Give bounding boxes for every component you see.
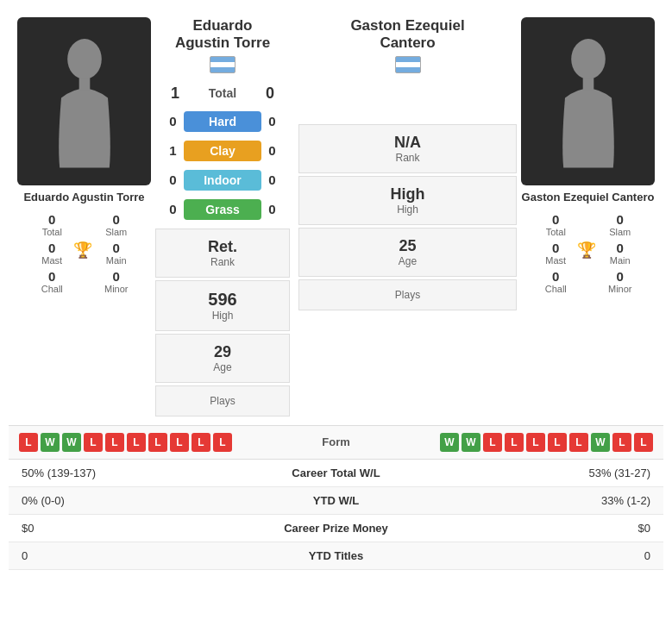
form-badge-l3: L — [105, 433, 124, 452]
left-avatar-silhouette — [46, 33, 123, 171]
indoor-row: 0 Indoor 0 — [155, 166, 290, 194]
p1-name-center: Eduardo Agustin Torre — [155, 17, 290, 76]
left-player-section: Eduardo Agustin Torre 0 Total 0 Slam 0 M… — [17, 17, 151, 416]
center-plays-panel: Plays — [155, 385, 290, 416]
clay-row: 1 Clay 0 — [155, 137, 290, 165]
p2-form-badge-l3: L — [526, 433, 545, 452]
players-row: Eduardo Agustin Torre 0 Total 0 Slam 0 M… — [9, 9, 663, 416]
p1-career-prize: $0 — [9, 514, 227, 542]
form-badge-l2: L — [84, 433, 103, 452]
svg-rect-1 — [79, 78, 90, 90]
p2-form-badge-l2: L — [505, 433, 524, 452]
p2-form-badge-w2: W — [462, 433, 480, 452]
right-player-section: Gaston Ezequiel Cantero 0 Total 0 Slam 0… — [521, 17, 655, 416]
p1-ytd-titles: 0 — [9, 542, 227, 569]
p2-form-badge-l7: L — [634, 433, 653, 452]
right-total-stat: 0 Total — [528, 212, 584, 237]
form-badge-w1: W — [41, 433, 60, 452]
p2-flag — [350, 56, 464, 76]
right-minor-stat: 0 Minor — [593, 269, 649, 294]
p2-form-badge-w1: W — [440, 433, 459, 452]
p2-form-badge-l4: L — [548, 433, 567, 452]
p2-ytd-titles: 0 — [445, 542, 663, 569]
ytd-titles-row: 0 YTD Titles 0 — [9, 542, 663, 569]
p2-name-center: Gaston Ezequiel Cantero — [350, 17, 464, 76]
right-mast-stat: 0 Mast — [528, 241, 584, 266]
left-player-avatar — [17, 17, 151, 185]
right-rank-panel: N/A Rank — [298, 124, 517, 173]
career-prize-label: Career Prize Money — [227, 514, 445, 542]
right-avatar-silhouette — [550, 33, 627, 171]
center-high-panel: 596 High — [155, 280, 290, 331]
right-trophy-icon: 🏆 — [577, 241, 596, 260]
left-minor-stat: 0 Minor — [89, 269, 145, 294]
form-badge-l6: L — [170, 433, 189, 452]
indoor-badge: Indoor — [184, 170, 261, 191]
svg-rect-3 — [582, 78, 593, 90]
bottom-stats-table: 50% (139-137) Career Total W/L 53% (31-2… — [9, 460, 663, 570]
arg-flag-left — [210, 56, 236, 73]
p1-career-wl: 50% (139-137) — [9, 460, 227, 487]
svg-point-2 — [571, 39, 606, 79]
surface-rows: 0 Hard 0 1 Clay 0 0 Indoor 0 0 Grass — [155, 108, 290, 225]
center-age-panel: 29 Age — [155, 334, 290, 383]
form-badge-l8: L — [213, 433, 232, 452]
form-badge-w2: W — [62, 433, 81, 452]
p2-ytd-wl: 33% (1-2) — [445, 486, 663, 514]
right-plays-panel: Plays — [298, 279, 517, 310]
center-stat-panels: Ret. Rank 596 High 29 Age Plays — [155, 229, 290, 416]
p1-total-score: 1 — [162, 85, 188, 103]
right-stat-panels: N/A Rank High High 25 Age Plays — [298, 124, 517, 310]
p1-form-badges: L W W L L L L L L L — [19, 433, 232, 452]
p2-form-badges: W W L L L L L W L L — [440, 433, 653, 452]
left-trophy-icon: 🏆 — [73, 241, 92, 260]
left-total-stat: 0 Total — [24, 212, 80, 237]
center-area: Eduardo Agustin Torre 1 Total 0 0 Hard — [151, 17, 294, 416]
p1-ytd-wl: 0% (0-0) — [9, 486, 227, 514]
right-high-panel: High High — [298, 176, 517, 225]
left-slam-stat: 0 Slam — [89, 212, 145, 237]
right-age-panel: 25 Age — [298, 228, 517, 277]
right-chall-stat: 0 Chall — [528, 269, 584, 294]
total-label: Total — [209, 86, 236, 100]
p2-form-badge-l6: L — [612, 433, 631, 452]
left-mast-stat: 0 Mast — [24, 241, 80, 266]
career-prize-row: $0 Career Prize Money $0 — [9, 514, 663, 542]
form-row: L W W L L L L L L L Form W W L L L L L W… — [9, 425, 663, 460]
form-label: Form — [322, 435, 350, 448]
clay-badge: Clay — [184, 141, 261, 161]
career-wl-label: Career Total W/L — [227, 460, 445, 487]
left-chall-stat: 0 Chall — [24, 269, 80, 294]
main-container: Eduardo Agustin Torre 0 Total 0 Slam 0 M… — [0, 0, 672, 579]
ytd-wl-row: 0% (0-0) YTD W/L 33% (1-2) — [9, 486, 663, 514]
form-badge-l1: L — [19, 433, 38, 452]
grass-row: 0 Grass 0 — [155, 196, 290, 223]
form-badge-l7: L — [192, 433, 210, 452]
career-wl-row: 50% (139-137) Career Total W/L 53% (31-2… — [9, 460, 663, 487]
p1-flag — [155, 56, 290, 76]
p2-career-wl: 53% (31-27) — [445, 460, 663, 487]
p2-total-score: 0 — [257, 85, 283, 103]
hard-badge: Hard — [184, 111, 261, 132]
right-player-name: Gaston Ezequiel Cantero — [521, 191, 655, 204]
center-rank-panel: Ret. Rank — [155, 229, 290, 278]
p2-career-prize: $0 — [445, 514, 663, 542]
p2-form-badge-l5: L — [569, 433, 588, 452]
p2-form-badge-w3: W — [591, 433, 610, 452]
ytd-titles-label: YTD Titles — [227, 542, 445, 569]
left-player-name: Eduardo Agustin Torre — [17, 191, 151, 204]
right-center-area: Gaston Ezequiel Cantero N/A Rank High Hi… — [294, 17, 521, 416]
right-slam-stat: 0 Slam — [593, 212, 649, 237]
form-badge-l4: L — [127, 433, 146, 452]
right-player-avatar — [521, 17, 655, 185]
svg-point-0 — [67, 39, 102, 79]
arg-flag-right — [395, 56, 421, 73]
p2-form-badge-l1: L — [483, 433, 502, 452]
form-badge-l5: L — [148, 433, 167, 452]
grass-badge: Grass — [184, 199, 261, 220]
hard-row: 0 Hard 0 — [155, 108, 290, 135]
ytd-wl-label: YTD W/L — [227, 486, 445, 514]
